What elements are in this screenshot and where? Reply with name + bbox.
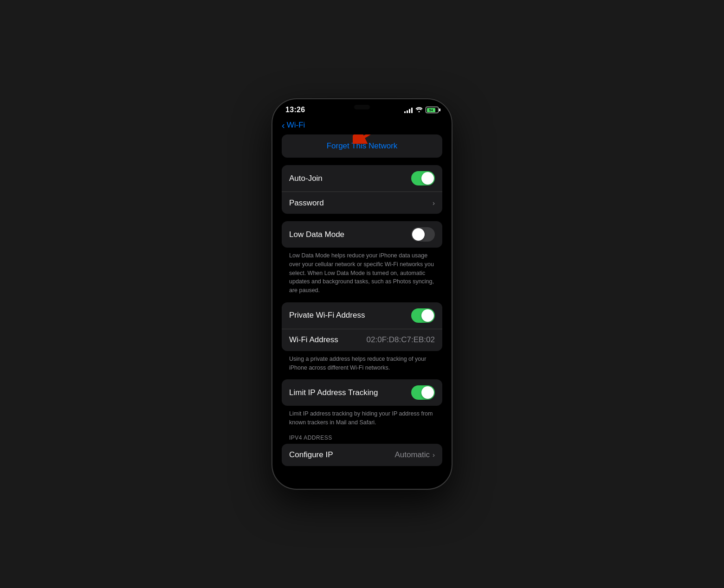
low-data-section: Low Data Mode Low Data Mode helps reduce… [282, 221, 442, 295]
svg-point-0 [419, 111, 420, 112]
limit-ip-description: Limit IP address tracking by hiding your… [282, 406, 442, 427]
password-row[interactable]: Password › [282, 192, 442, 214]
status-icons: 54 [404, 107, 439, 114]
low-data-description: Low Data Mode helps reduce your iPhone d… [282, 248, 442, 295]
low-data-label: Low Data Mode [289, 230, 344, 239]
wifi-address-value: 02:0F:D8:C7:EB:02 [367, 335, 435, 345]
signal-icon [404, 107, 413, 113]
limit-ip-section: Limit IP Address Tracking Limit IP addre… [282, 379, 442, 427]
private-wifi-label: Private Wi-Fi Address [289, 311, 365, 320]
configure-ip-value: Automatic [394, 450, 430, 460]
private-wifi-toggle-thumb [421, 309, 434, 322]
limit-ip-row: Limit IP Address Tracking [282, 379, 442, 406]
wifi-address-label: Wi-Fi Address [289, 335, 338, 345]
low-data-card: Low Data Mode [282, 221, 442, 248]
configure-ip-right: Automatic › [394, 450, 435, 460]
settings-scroll[interactable]: Forget This Network Auto- [272, 134, 452, 489]
back-button[interactable]: ‹ Wi-Fi [282, 121, 442, 130]
phone-device: 13:26 [272, 98, 452, 490]
wifi-status-icon [415, 107, 423, 114]
private-wifi-section: Private Wi-Fi Address Wi-Fi Address 02:0… [282, 302, 442, 372]
status-time: 13:26 [285, 106, 305, 114]
forget-network-button[interactable]: Forget This Network [282, 134, 442, 158]
low-data-row: Low Data Mode [282, 221, 442, 248]
limit-ip-toggle[interactable] [411, 385, 435, 400]
autojoin-card: Auto-Join Password › [282, 165, 442, 214]
private-wifi-description: Using a private address helps reduce tra… [282, 351, 442, 372]
private-wifi-row: Private Wi-Fi Address [282, 302, 442, 329]
wifi-address-row: Wi-Fi Address 02:0F:D8:C7:EB:02 [282, 329, 442, 351]
signal-bar-1 [404, 111, 406, 113]
autojoin-label: Auto-Join [289, 174, 323, 183]
limit-ip-card: Limit IP Address Tracking [282, 379, 442, 406]
autojoin-toggle[interactable] [411, 171, 435, 185]
password-right: › [430, 199, 435, 207]
autojoin-section: Auto-Join Password › [282, 165, 442, 214]
ipv4-section-label: IPV4 ADDRESS [282, 435, 442, 441]
dynamic-island [354, 105, 370, 109]
private-wifi-card: Private Wi-Fi Address Wi-Fi Address 02:0… [282, 302, 442, 351]
autojoin-row: Auto-Join [282, 165, 442, 192]
autojoin-toggle-thumb [421, 172, 434, 185]
phone-screen: 13:26 [272, 99, 452, 489]
ipv4-card: Configure IP Automatic › [282, 444, 442, 466]
signal-bar-4 [411, 108, 413, 113]
configure-ip-row[interactable]: Configure IP Automatic › [282, 444, 442, 466]
limit-ip-label: Limit IP Address Tracking [289, 388, 378, 397]
signal-bar-2 [407, 110, 408, 113]
password-label: Password [289, 198, 324, 208]
back-chevron-icon: ‹ [282, 121, 285, 130]
configure-ip-chevron-icon: › [433, 451, 435, 459]
battery-percent: 54 [429, 109, 433, 112]
nav-header: ‹ Wi-Fi [272, 117, 452, 134]
configure-ip-label: Configure IP [289, 450, 333, 460]
private-wifi-toggle[interactable] [411, 308, 435, 323]
limit-ip-toggle-thumb [421, 386, 434, 399]
forget-network-section: Forget This Network [282, 134, 442, 158]
password-chevron-icon: › [433, 199, 435, 207]
back-label: Wi-Fi [287, 121, 305, 130]
signal-bar-3 [409, 109, 410, 113]
ipv4-section: IPV4 ADDRESS Configure IP Automatic › [282, 435, 442, 466]
low-data-toggle-thumb [412, 228, 425, 241]
low-data-toggle[interactable] [411, 227, 435, 242]
battery-icon: 54 [426, 107, 439, 113]
forget-network-label: Forget This Network [327, 141, 398, 150]
